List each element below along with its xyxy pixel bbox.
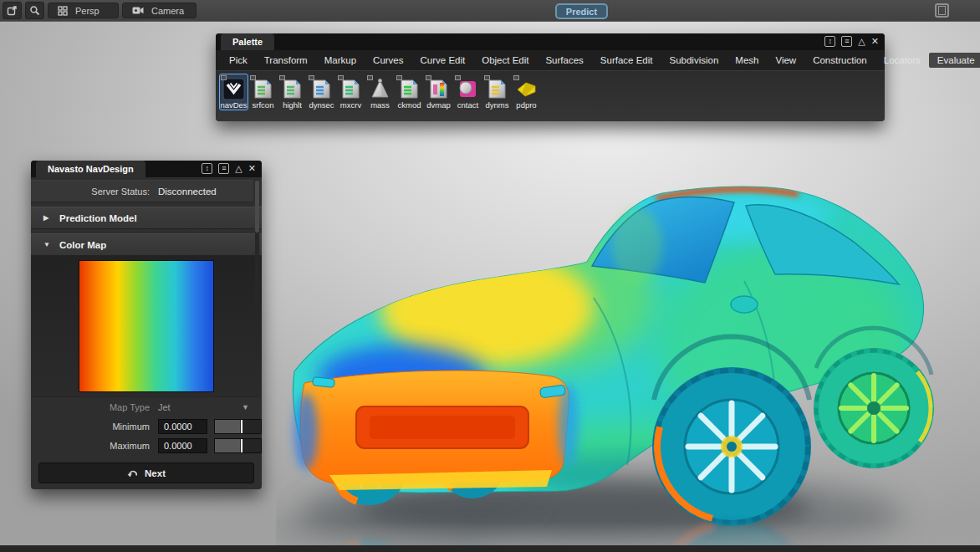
- tab-persp[interactable]: Persp: [48, 3, 119, 18]
- pop-out-icon: [7, 5, 18, 16]
- menu-surfaces[interactable]: Surfaces: [537, 53, 591, 68]
- camera-icon: [132, 6, 144, 15]
- menu-object-edit[interactable]: Object Edit: [473, 53, 537, 68]
- menu-transform[interactable]: Transform: [256, 53, 316, 68]
- tool-label: dynsec: [309, 100, 334, 110]
- viewport-window-button[interactable]: [935, 3, 949, 18]
- collapse-icon[interactable]: △: [235, 163, 242, 174]
- slider-handle[interactable]: [241, 420, 242, 433]
- tool-option-marker: [455, 75, 461, 80]
- close-icon[interactable]: ✕: [248, 163, 256, 174]
- server-status-value: Disconnected: [158, 187, 217, 197]
- maximum-input[interactable]: 0.0000: [158, 438, 207, 453]
- minimum-slider[interactable]: [214, 419, 262, 434]
- tool-ckmod-button[interactable]: ckmod: [395, 74, 424, 110]
- tool-mxcrv-button[interactable]: mxcrv: [336, 74, 365, 110]
- section-prediction-model[interactable]: ▶ Prediction Model: [31, 207, 262, 229]
- menu-curves[interactable]: Curves: [365, 53, 411, 68]
- map-type-row: Map Type Jet ▼: [31, 398, 262, 417]
- tool-mass-button[interactable]: mass: [365, 74, 395, 110]
- maximum-label: Maximum: [31, 441, 158, 451]
- predict-button[interactable]: Predict: [555, 3, 608, 19]
- minimum-input[interactable]: 0.0000: [158, 419, 207, 434]
- palette-titlebar[interactable]: Palette ↕ ≡ △ ✕: [216, 33, 885, 50]
- pop-out-button[interactable]: [3, 2, 22, 19]
- tool-srfcon-button[interactable]: srfcon: [248, 74, 278, 110]
- application-window: Persp Camera Predict: [0, 0, 980, 552]
- palette-title: Palette: [221, 33, 274, 50]
- tool-cntact-button[interactable]: cntact: [453, 74, 482, 110]
- maximum-slider[interactable]: [214, 438, 262, 453]
- bottom-edge-bar: [0, 545, 980, 552]
- section-prediction-model-label: Prediction Model: [59, 213, 137, 223]
- navasto-title: Navasto NavDesign: [36, 161, 145, 177]
- tool-option-marker: [221, 75, 227, 80]
- menu-subdivision[interactable]: Subdivision: [661, 53, 727, 68]
- search-icon: [29, 5, 40, 16]
- tool-label: pdpro: [516, 100, 536, 110]
- menu-curve-edit[interactable]: Curve Edit: [412, 53, 474, 68]
- map-type-value: Jet: [158, 402, 242, 412]
- tool-option-marker: [338, 75, 344, 80]
- tool-label: dynms: [486, 100, 509, 110]
- tool-srfcon-icon: [252, 78, 274, 100]
- tool-mass-icon: [369, 78, 391, 100]
- tool-highlt-icon: [281, 78, 304, 100]
- tool-label: highlt: [283, 100, 302, 110]
- maximum-row: Maximum 0.0000: [31, 437, 262, 455]
- menu-construction[interactable]: Construction: [804, 53, 875, 68]
- caret-down-icon: ▼: [43, 241, 52, 248]
- tool-cntact-icon: [457, 78, 479, 100]
- slider-handle[interactable]: [241, 439, 242, 452]
- menu-pick[interactable]: Pick: [221, 53, 256, 68]
- collapse-icon[interactable]: △: [858, 36, 865, 47]
- tool-option-marker: [396, 75, 402, 80]
- next-arrow-icon: [127, 469, 138, 478]
- top-toolbar: Persp Camera Predict: [0, 0, 980, 22]
- search-button[interactable]: [25, 2, 44, 19]
- tool-label: mass: [370, 100, 390, 110]
- tool-option-marker: [484, 75, 490, 80]
- menu-markup[interactable]: Markup: [316, 53, 365, 68]
- resize-vertical-icon[interactable]: ↕: [202, 163, 212, 174]
- window-menu-icon[interactable]: ≡: [841, 36, 852, 47]
- menu-surface-edit[interactable]: Surface Edit: [592, 53, 661, 68]
- panel-scrollbar[interactable]: [255, 181, 259, 321]
- tool-dynms-icon: [486, 78, 508, 100]
- next-button[interactable]: Next: [38, 463, 254, 483]
- tool-dvmap-icon: [427, 78, 450, 100]
- tool-pdpro-button[interactable]: pdpro: [512, 74, 541, 110]
- dropdown-caret-icon[interactable]: ▼: [242, 403, 249, 411]
- window-menu-icon[interactable]: ≡: [218, 163, 229, 174]
- tool-navdes-button[interactable]: navDes: [219, 74, 248, 110]
- navasto-titlebar[interactable]: Navasto NavDesign ↕ ≡ △ ✕: [31, 161, 262, 177]
- tab-camera[interactable]: Camera: [122, 3, 197, 18]
- slider-fill: [215, 420, 240, 433]
- menu-mesh[interactable]: Mesh: [727, 53, 767, 68]
- tool-option-marker: [279, 75, 285, 80]
- tool-label: srfcon: [253, 100, 274, 110]
- resize-vertical-icon[interactable]: ↕: [824, 36, 835, 47]
- tool-option-marker: [513, 75, 519, 80]
- tool-dvmap-button[interactable]: dvmap: [424, 74, 453, 110]
- menu-view[interactable]: View: [767, 53, 804, 68]
- layout-grid-icon: [58, 6, 68, 16]
- minimum-label: Minimum: [31, 422, 158, 432]
- menu-locators[interactable]: Locators: [875, 53, 929, 68]
- section-color-map[interactable]: ▼ Color Map: [31, 233, 262, 256]
- colormap-gradient[interactable]: [79, 260, 214, 392]
- menu-evaluate[interactable]: Evaluate: [929, 53, 980, 68]
- minimum-row: Minimum 0.0000: [31, 417, 262, 436]
- tool-highlt-button[interactable]: highlt: [278, 74, 307, 110]
- palette-window: Palette ↕ ≡ △ ✕ PickTransformMarkupCurve…: [216, 33, 885, 121]
- window-icon: [938, 6, 946, 15]
- map-type-label: Map Type: [31, 402, 158, 412]
- tool-dynsec-button[interactable]: dynsec: [307, 74, 336, 110]
- tool-dynms-button[interactable]: dynms: [482, 74, 512, 110]
- palette-tool-shelf: navDessrfconhighltdynsecmxcrvmassckmoddv…: [216, 70, 885, 121]
- tool-option-marker: [367, 75, 373, 80]
- tool-label: ckmod: [398, 100, 421, 110]
- close-icon[interactable]: ✕: [871, 36, 879, 47]
- palette-menubar: PickTransformMarkupCurvesCurve EditObjec…: [216, 50, 885, 70]
- tool-label: cntact: [457, 100, 478, 110]
